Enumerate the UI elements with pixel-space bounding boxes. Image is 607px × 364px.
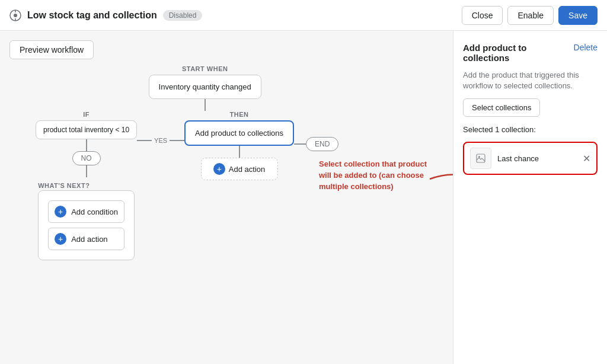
select-collections-container: Select collections — [463, 98, 598, 117]
enable-button[interactable]: Enable — [507, 6, 554, 25]
plus-icon-action: + — [213, 163, 225, 175]
delete-button[interactable]: Delete — [574, 43, 598, 52]
workflow-diagram: START WHEN Inventory quantity changed IF… — [36, 65, 338, 260]
status-badge: Disabled — [163, 10, 203, 21]
yes-label: YES — [152, 137, 170, 144]
add-action-button-bottom[interactable]: + Add action — [48, 228, 124, 250]
h-line-yes-left — [137, 140, 152, 141]
collection-item: Last chance ✕ — [463, 142, 598, 175]
panel-description: Add the product that triggered this work… — [463, 70, 598, 91]
then-label: THEN — [230, 111, 249, 118]
svg-rect-5 — [477, 154, 485, 162]
then-group: THEN Add product to collections + Add ac… — [184, 111, 294, 180]
remove-collection-button[interactable]: ✕ — [583, 153, 590, 164]
close-button[interactable]: Close — [462, 6, 503, 25]
workflow-icon — [9, 9, 21, 21]
header-left: Low stock tag and collection Disabled — [9, 9, 202, 21]
connector-no-v — [86, 139, 87, 151]
whats-next-box: + Add condition + Add action — [38, 190, 135, 260]
no-label: NO — [72, 151, 101, 165]
whats-next-section: WHAT'S NEXT? + Add condition + Add actio… — [38, 180, 135, 260]
svg-point-1 — [14, 14, 17, 17]
selected-count-label: Selected 1 collection: — [463, 125, 536, 134]
then-node[interactable]: Add product to collections — [184, 120, 294, 146]
workflow-canvas: Preview workflow START WHEN Inventory qu… — [0, 31, 453, 364]
plus-icon-condition: + — [55, 206, 66, 218]
if-label: IF — [83, 111, 90, 118]
start-when-group: START WHEN Inventory quantity changed — [71, 65, 338, 111]
start-node[interactable]: Inventory quantity changed — [149, 75, 261, 99]
save-button[interactable]: Save — [558, 6, 598, 25]
panel-header: Add product to collections Delete — [463, 43, 598, 63]
select-collections-button[interactable]: Select collections — [463, 98, 540, 117]
connector-no-v2 — [86, 165, 87, 177]
if-group: IF product total inventory < 10 NO WHAT'… — [36, 111, 137, 260]
condition-node[interactable]: product total inventory < 10 — [36, 120, 137, 139]
plus-icon-action2: + — [55, 233, 66, 245]
svg-point-6 — [478, 156, 480, 158]
if-then-row: IF product total inventory < 10 NO WHAT'… — [36, 111, 338, 260]
right-panel: Add product to collections Delete Add th… — [453, 31, 607, 364]
annotation-text: Select collection that product will be a… — [319, 159, 427, 191]
h-line-end — [294, 143, 306, 145]
panel-title: Add product to collections — [463, 43, 574, 63]
annotation-container: Select collection that product will be a… — [319, 158, 429, 193]
page-title: Low stock tag and collection — [27, 10, 157, 21]
connector-v1 — [205, 99, 206, 111]
app-header: Low stock tag and collection Disabled Cl… — [0, 0, 607, 31]
connector-then-v — [239, 146, 240, 158]
end-connector: END — [294, 137, 338, 151]
image-icon — [475, 153, 486, 164]
add-action-node[interactable]: + Add action — [201, 158, 278, 180]
yes-connector: YES — [137, 137, 184, 144]
annotation-arrow — [427, 167, 453, 191]
preview-workflow-button[interactable]: Preview workflow — [9, 40, 94, 59]
main-layout: Preview workflow START WHEN Inventory qu… — [0, 31, 607, 364]
end-label: END — [306, 137, 338, 151]
collection-name: Last chance — [497, 154, 577, 163]
start-when-label: START WHEN — [182, 65, 228, 72]
add-condition-button[interactable]: + Add condition — [48, 200, 124, 223]
whats-next-label: WHAT'S NEXT? — [38, 182, 90, 189]
selected-section: Selected 1 collection: — [463, 124, 598, 135]
collection-thumbnail — [470, 148, 491, 169]
h-line-yes-right — [170, 140, 184, 141]
header-right: Close Enable Save — [462, 6, 598, 25]
